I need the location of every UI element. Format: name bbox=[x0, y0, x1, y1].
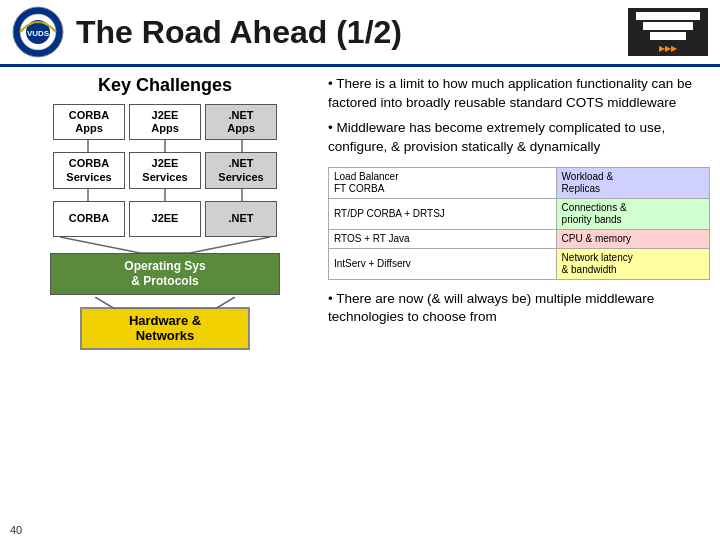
svg-text:VUDS: VUDS bbox=[27, 29, 50, 38]
ops-layer: Operating Sys& Protocols bbox=[50, 253, 280, 295]
bullet-3: • There are now (& will always be) multi… bbox=[328, 290, 710, 328]
mw-label-2: RT/DP CORBA + DRTSJ bbox=[329, 198, 557, 229]
svg-line-10 bbox=[60, 237, 140, 253]
section-title: Key Challenges bbox=[10, 75, 320, 96]
mw-detail-4: Network latency& bandwidth bbox=[556, 248, 709, 279]
funnel-narrow-2 bbox=[50, 295, 280, 307]
logo-icon: VUDS bbox=[12, 6, 64, 58]
mw-row-3: RTOS + RT Java CPU & memory bbox=[329, 229, 710, 248]
hw-layer: Hardware &Networks bbox=[80, 307, 250, 350]
hw-box: Hardware &Networks bbox=[80, 307, 250, 350]
svg-line-11 bbox=[190, 237, 270, 253]
middleware-table: Load BalancerFT CORBA Workload &Replicas… bbox=[328, 167, 710, 280]
j2ee-apps-box: J2EEApps bbox=[129, 104, 201, 140]
mw-detail-1: Workload &Replicas bbox=[556, 167, 709, 198]
page-header: VUDS The Road Ahead (1/2) ▶▶▶ bbox=[0, 0, 720, 67]
logo-right-icon: ▶▶▶ bbox=[628, 8, 708, 56]
net-services-box: .NETServices bbox=[205, 152, 277, 188]
apps-layer: CORBAApps J2EEApps .NETApps bbox=[53, 104, 277, 140]
bullet-1: • There is a limit to how much applicati… bbox=[328, 75, 710, 113]
connector-2 bbox=[50, 189, 280, 201]
j2ee-services-box: J2EEServices bbox=[129, 152, 201, 188]
corba-services-box: CORBAServices bbox=[53, 152, 125, 188]
mw-row-1: Load BalancerFT CORBA Workload &Replicas bbox=[329, 167, 710, 198]
ops-box: Operating Sys& Protocols bbox=[50, 253, 280, 295]
corba-mw-box: CORBA bbox=[53, 201, 125, 237]
corba-apps-box: CORBAApps bbox=[53, 104, 125, 140]
mw-row-4: IntServ + Diffserv Network latency& band… bbox=[329, 248, 710, 279]
services-layer: CORBAServices J2EEServices .NETServices bbox=[53, 152, 277, 188]
mw-detail-3: CPU & memory bbox=[556, 229, 709, 248]
right-panel: • There is a limit to how much applicati… bbox=[328, 75, 710, 507]
mw-layer: CORBA J2EE .NET bbox=[53, 201, 277, 237]
mw-detail-2: Connections &priority bands bbox=[556, 198, 709, 229]
funnel-diagram: CORBAApps J2EEApps .NETApps CORBAService… bbox=[10, 104, 320, 350]
connector-1 bbox=[50, 140, 280, 152]
mw-label-3: RTOS + RT Java bbox=[329, 229, 557, 248]
left-panel: Key Challenges CORBAApps J2EEApps .NETAp… bbox=[10, 75, 320, 507]
main-content: Key Challenges CORBAApps J2EEApps .NETAp… bbox=[0, 67, 720, 515]
svg-line-14 bbox=[215, 297, 235, 309]
page-title: The Road Ahead (1/2) bbox=[76, 14, 628, 51]
j2ee-mw-box: J2EE bbox=[129, 201, 201, 237]
bullet-2: • Middleware has become extremely compli… bbox=[328, 119, 710, 157]
funnel-narrow bbox=[50, 237, 280, 253]
page-footer: 40 bbox=[10, 524, 22, 536]
mw-row-2: RT/DP CORBA + DRTSJ Connections &priorit… bbox=[329, 198, 710, 229]
mw-label-1: Load BalancerFT CORBA bbox=[329, 167, 557, 198]
net-apps-box: .NETApps bbox=[205, 104, 277, 140]
page-number: 40 bbox=[10, 524, 22, 536]
svg-line-13 bbox=[95, 297, 115, 309]
net-mw-box: .NET bbox=[205, 201, 277, 237]
mw-label-4: IntServ + Diffserv bbox=[329, 248, 557, 279]
